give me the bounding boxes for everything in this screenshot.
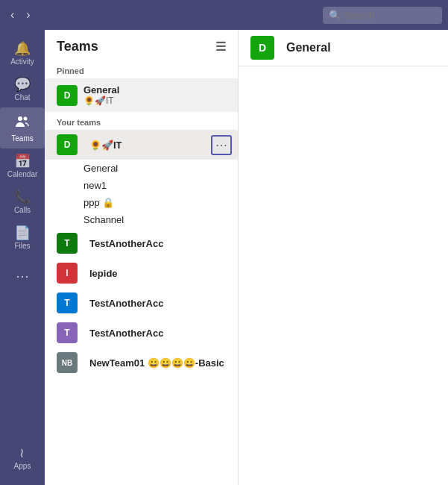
team-name-t2: TestAnotherAcc bbox=[89, 298, 163, 309]
team-avatar-t1: T bbox=[57, 233, 78, 254]
pinned-label: Pinned bbox=[45, 60, 238, 78]
calendar-icon: 📅 bbox=[14, 154, 31, 168]
team-row-lepide[interactable]: l lepide bbox=[45, 258, 238, 288]
teams-panel-header: Teams ☰ bbox=[45, 30, 238, 60]
sidebar-label-teams: Teams bbox=[11, 134, 33, 143]
team-name-lepide: lepide bbox=[89, 268, 118, 279]
teams-icon bbox=[14, 113, 31, 132]
activity-icon: 🔔 bbox=[14, 42, 31, 55]
team-avatar-t2: T bbox=[57, 292, 78, 313]
sidebar-more-button[interactable]: ⋯ bbox=[10, 262, 35, 290]
team-name-t1: TestAnotherAcc bbox=[89, 238, 163, 249]
chat-icon: 💬 bbox=[14, 78, 31, 91]
nav-arrows: ‹ › bbox=[6, 7, 35, 23]
sidebar-item-apps[interactable]: ≀ Apps bbox=[11, 440, 34, 476]
files-icon: 📄 bbox=[14, 226, 31, 240]
channel-general[interactable]: General bbox=[45, 160, 238, 177]
main-content: D General Hide bbox=[239, 30, 448, 485]
sidebar-label-calls: Calls bbox=[14, 206, 31, 214]
team-avatar-t3: T bbox=[57, 322, 78, 343]
team-name-nb: NewTeam01 😀😀😀😀-Basic bbox=[89, 357, 224, 369]
sidebar-label-calendar: Calendar bbox=[7, 170, 38, 178]
team-row-testanotheracc-1[interactable]: T TestAnotherAcc bbox=[45, 228, 238, 258]
sidebar-item-activity[interactable]: 🔔 Activity bbox=[0, 36, 45, 72]
apps-icon: ≀ bbox=[19, 446, 25, 460]
team-row-testanotheracc-3[interactable]: T TestAnotherAcc bbox=[45, 318, 238, 348]
filter-icon[interactable]: ☰ bbox=[215, 40, 226, 54]
teams-title: Teams bbox=[57, 39, 98, 54]
sidebar-label-files: Files bbox=[14, 242, 30, 250]
your-teams-label: Your teams bbox=[45, 112, 238, 130]
sidebar-item-calendar[interactable]: 📅 Calendar bbox=[0, 148, 45, 184]
sidebar: 🔔 Activity 💬 Chat Teams 📅 Calendar 📞 bbox=[0, 30, 45, 485]
team-row-testanotheracc-2[interactable]: T TestAnotherAcc bbox=[45, 288, 238, 318]
sidebar-label-activity: Activity bbox=[10, 57, 34, 66]
main-team-name: General bbox=[286, 41, 331, 54]
team-avatar-it: D bbox=[57, 134, 78, 155]
svg-point-1 bbox=[24, 117, 28, 121]
sidebar-item-files[interactable]: 📄 Files bbox=[0, 220, 45, 256]
sidebar-item-teams[interactable]: Teams bbox=[0, 107, 45, 148]
pinned-team-avatar: D bbox=[57, 85, 78, 106]
svg-point-0 bbox=[18, 116, 22, 121]
search-container: 🔍 bbox=[323, 7, 442, 24]
sidebar-label-apps: Apps bbox=[14, 462, 31, 470]
channel-schannel[interactable]: Schannel bbox=[45, 211, 238, 228]
team-row-newteam01[interactable]: NB NewTeam01 😀😀😀😀-Basic bbox=[45, 348, 238, 378]
team-avatar-nb: NB bbox=[57, 352, 78, 373]
sidebar-item-calls[interactable]: 📞 Calls bbox=[0, 184, 45, 220]
back-button[interactable]: ‹ bbox=[6, 7, 19, 23]
forward-button[interactable]: › bbox=[22, 7, 34, 23]
main-team-avatar: D bbox=[250, 36, 274, 60]
team-name-it: 🌻🚀IT bbox=[89, 140, 122, 151]
channel-ppp[interactable]: ppp 🔒 bbox=[45, 194, 238, 211]
channel-new1[interactable]: new1 bbox=[45, 177, 238, 194]
main-content-header: D General bbox=[239, 30, 448, 66]
top-bar: ‹ › 🔍 bbox=[0, 0, 448, 30]
search-input[interactable] bbox=[323, 7, 442, 24]
team-name-t3: TestAnotherAcc bbox=[89, 328, 163, 339]
sidebar-label-chat: Chat bbox=[14, 93, 30, 101]
team-row-it[interactable]: D 🌻🚀IT ⋯ bbox=[45, 130, 238, 160]
pinned-team-info: General 🌻🚀IT bbox=[83, 84, 119, 106]
pinned-team-subtitle: 🌻🚀IT bbox=[83, 96, 119, 106]
team-ellipsis-it[interactable]: ⋯ bbox=[211, 135, 232, 155]
teams-panel: Teams ☰ Pinned D General 🌻🚀IT Your teams… bbox=[45, 30, 239, 485]
team-avatar-lepide: l bbox=[57, 263, 78, 284]
pinned-team-name: General bbox=[83, 84, 119, 96]
main-layout: 🔔 Activity 💬 Chat Teams 📅 Calendar 📞 bbox=[0, 30, 448, 485]
pinned-team-row[interactable]: D General 🌻🚀IT bbox=[45, 78, 238, 112]
calls-icon: 📞 bbox=[14, 190, 31, 204]
sidebar-item-chat[interactable]: 💬 Chat bbox=[0, 72, 45, 107]
